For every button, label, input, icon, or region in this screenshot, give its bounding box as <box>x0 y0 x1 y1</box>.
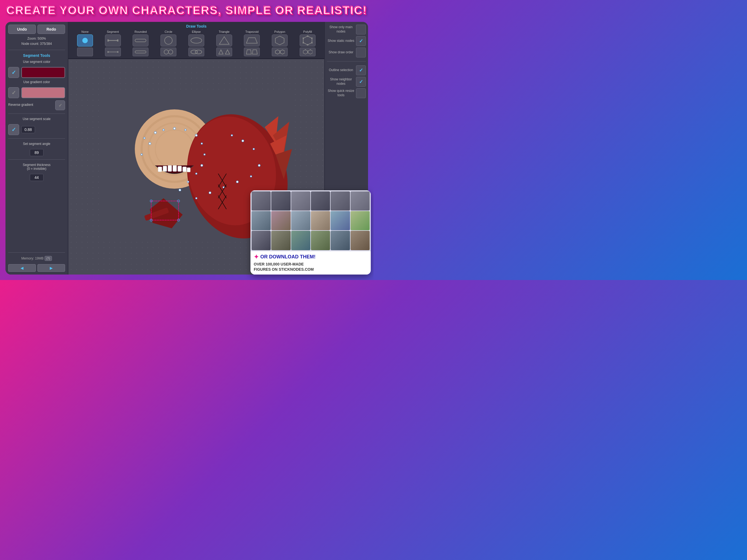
gradient-color-label: Use gradient color <box>8 80 65 84</box>
triangle-sub-icon <box>218 49 230 55</box>
grid-thumb-8[interactable] <box>271 211 290 230</box>
grid-thumb-5[interactable] <box>331 192 350 210</box>
svg-rect-62 <box>168 166 172 172</box>
ellipse-icon <box>190 36 202 44</box>
tool-trapezoid-button[interactable] <box>244 34 260 47</box>
divider-2 <box>8 113 65 114</box>
option-neighbor-nodes-toggle[interactable]: ✓ <box>356 77 366 87</box>
tool-circle-sub[interactable] <box>160 48 176 56</box>
tool-ellipse-sub[interactable] <box>188 48 204 56</box>
reverse-gradient-label: Reverse gradient <box>8 103 53 107</box>
grid-thumb-13[interactable] <box>252 231 271 250</box>
download-title-text[interactable]: OR DOWNLOAD THEM! <box>260 254 315 260</box>
option-draw-order-row: Show draw order <box>327 48 366 57</box>
gradient-color-swatch[interactable] <box>21 87 65 98</box>
option-draw-order-toggle[interactable] <box>356 48 366 57</box>
tool-ellipse-button[interactable] <box>188 34 204 47</box>
option-quick-resize-toggle[interactable] <box>356 88 366 98</box>
segment-color-toggle[interactable]: ✓ <box>8 67 19 78</box>
grid-thumb-15[interactable] <box>291 231 310 250</box>
svg-marker-42 <box>303 50 308 54</box>
nav-arrows: ◀ ▶ <box>8 264 65 272</box>
redo-button[interactable]: Redo <box>37 25 65 34</box>
grid-thumb-17[interactable] <box>331 231 350 250</box>
tool-triangle-sub[interactable] <box>216 48 232 56</box>
grid-thumb-16[interactable] <box>311 231 330 250</box>
svg-marker-33 <box>275 50 280 54</box>
grid-thumb-11[interactable] <box>331 211 350 230</box>
grid-thumb-14[interactable] <box>271 231 290 250</box>
grid-thumb-12[interactable] <box>351 211 370 230</box>
tool-buttons-row: None Segment <box>72 30 321 56</box>
tool-trapezoid-sub[interactable] <box>244 48 260 56</box>
tool-rounded-button[interactable] <box>133 34 149 47</box>
svg-point-82 <box>201 143 203 144</box>
segment-tools-title: Segment Tools <box>8 53 65 58</box>
svg-rect-19 <box>135 51 146 53</box>
svg-point-86 <box>187 181 189 183</box>
polygon-icon <box>275 35 285 45</box>
svg-point-93 <box>258 164 260 167</box>
rounded-icon <box>134 38 147 43</box>
nav-left-button[interactable]: ◀ <box>8 264 36 272</box>
grid-thumb-7[interactable] <box>252 211 271 230</box>
option-outline-selection-toggle[interactable]: ✓ <box>356 65 366 75</box>
tool-polygon-button[interactable] <box>272 34 288 47</box>
tool-none-sub[interactable] <box>77 48 93 56</box>
option-main-nodes-toggle[interactable] <box>356 25 366 34</box>
grid-thumb-2[interactable] <box>271 192 290 210</box>
thickness-row: 44 <box>8 174 65 181</box>
overlay-download-section: ✦ OR DOWNLOAD THEM! OVER 100,000 USER-MA… <box>251 251 371 275</box>
segment-color-swatch[interactable] <box>21 67 65 78</box>
grid-thumb-9[interactable] <box>291 211 310 230</box>
segment-scale-value[interactable]: 0.88 <box>21 126 35 133</box>
grid-thumb-1[interactable] <box>252 192 271 210</box>
tool-polyfill-button[interactable] <box>300 34 315 47</box>
banner-text: CREATE YOUR OWN CHARACTERS, SIMPLE OR RE… <box>6 4 367 17</box>
option-static-nodes-toggle[interactable]: ✓ <box>356 36 366 46</box>
svg-marker-30 <box>247 50 251 54</box>
svg-point-96 <box>231 134 233 136</box>
grid-thumb-3[interactable] <box>291 192 310 210</box>
nav-right-button[interactable]: ▶ <box>37 264 65 272</box>
grid-thumb-10[interactable] <box>311 211 330 230</box>
tool-segment-sub[interactable] <box>105 48 121 56</box>
svg-marker-29 <box>247 38 257 43</box>
gradient-color-toggle[interactable]: ✓ <box>8 87 19 98</box>
grid-thumb-18[interactable] <box>351 231 370 250</box>
option-static-nodes-label: Show static nodes <box>327 39 355 43</box>
zoom-info: Zoom: 500% Node count: 375/384 <box>8 36 65 47</box>
grid-thumb-6[interactable] <box>351 192 370 210</box>
segment-angle-label: Set segment angle <box>8 142 65 146</box>
svg-marker-26 <box>219 36 229 44</box>
svg-rect-64 <box>178 166 182 172</box>
svg-point-94 <box>253 148 255 150</box>
tool-circle-button[interactable] <box>160 34 176 47</box>
svg-point-39 <box>307 44 308 45</box>
tool-none-button[interactable] <box>77 34 93 47</box>
tool-polyfill-sub[interactable] <box>300 48 315 56</box>
tool-triangle-button[interactable] <box>216 34 232 47</box>
tool-rounded-sub[interactable] <box>133 48 149 56</box>
tool-polygon-sub[interactable] <box>272 48 288 56</box>
grid-thumb-4[interactable] <box>311 192 330 210</box>
rounded-sub-icon <box>134 50 147 54</box>
svg-marker-28 <box>225 50 230 54</box>
ellipse-sub-icon <box>190 49 202 55</box>
reverse-gradient-toggle[interactable]: ✓ <box>55 100 65 110</box>
undo-button[interactable]: Undo <box>8 25 36 34</box>
download-icon: ✦ <box>254 253 259 261</box>
tool-polyfill: Polyfill <box>300 30 315 56</box>
segment-color-check: ✓ <box>11 69 16 76</box>
option-quick-resize-label: Show quick resize tools <box>327 89 355 97</box>
svg-point-20 <box>164 36 172 44</box>
polygon-sub-icon <box>275 49 285 55</box>
thickness-value[interactable]: 44 <box>30 174 44 181</box>
segment-scale-toggle[interactable]: ✓ <box>8 124 19 135</box>
svg-point-75 <box>141 154 143 155</box>
svg-point-76 <box>144 137 145 139</box>
segment-angle-value[interactable]: 89 <box>30 149 44 156</box>
tool-segment-button[interactable] <box>105 34 121 47</box>
memory-help-button[interactable]: (?) <box>45 256 52 261</box>
svg-marker-32 <box>275 36 284 45</box>
